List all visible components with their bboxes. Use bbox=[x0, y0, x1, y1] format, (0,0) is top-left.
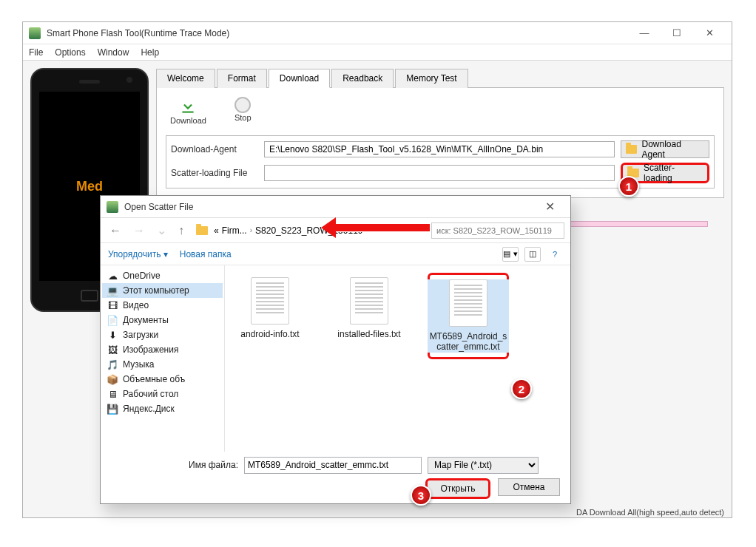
svg-rect-0 bbox=[183, 112, 194, 113]
cancel-button[interactable]: Отмена bbox=[498, 478, 560, 496]
dialog-search[interactable] bbox=[431, 222, 564, 239]
tab-strip: Welcome Format Download Readback Memory … bbox=[156, 69, 724, 88]
annotation-badge-3: 3 bbox=[411, 485, 431, 506]
help-button[interactable]: ? bbox=[547, 247, 563, 262]
menubar: File Options Window Help bbox=[23, 44, 732, 61]
file-item[interactable]: installed-files.txt bbox=[328, 273, 410, 347]
filename-row: Имя файла: Map File (*.txt) bbox=[101, 452, 570, 478]
view-mode-button[interactable]: ▤ ▾ bbox=[502, 247, 519, 262]
menu-window[interactable]: Window bbox=[98, 47, 129, 58]
menu-file[interactable]: File bbox=[29, 47, 43, 58]
tree-label: Рабочий стол bbox=[123, 389, 178, 399]
tree-icon: ⬇ bbox=[107, 330, 118, 340]
annotation-badge-2: 2 bbox=[511, 378, 532, 399]
dialog-close-button[interactable]: ✕ bbox=[535, 200, 564, 214]
file-name: installed-files.txt bbox=[337, 329, 400, 339]
tree-icon: 📦 bbox=[107, 374, 118, 384]
tree-label: Объемные объ bbox=[123, 374, 185, 384]
tree-item[interactable]: ☁OneDrive bbox=[102, 268, 223, 283]
file-icon bbox=[449, 279, 487, 327]
menu-options[interactable]: Options bbox=[55, 47, 85, 58]
tree-label: Этот компьютер bbox=[123, 285, 189, 296]
dialog-title: Open Scatter File bbox=[124, 202, 535, 212]
tree-icon: 📄 bbox=[107, 315, 118, 325]
recent-button[interactable]: ⌄ bbox=[154, 223, 169, 237]
tab-memory-test[interactable]: Memory Test bbox=[395, 69, 468, 88]
maximize-button[interactable]: ☐ bbox=[661, 23, 693, 44]
minimize-button[interactable]: — bbox=[628, 23, 661, 44]
tree-item[interactable]: 🎞Видео bbox=[102, 298, 223, 313]
up-button[interactable]: ↑ bbox=[175, 224, 187, 237]
stop-icon bbox=[234, 97, 251, 113]
tree-label: Загрузки bbox=[123, 330, 158, 340]
download-action[interactable]: Download bbox=[170, 97, 206, 125]
folder-icon bbox=[196, 226, 208, 235]
tree-item[interactable]: 📄Документы bbox=[102, 313, 223, 327]
tree-icon: ☁ bbox=[107, 271, 118, 281]
tree-label: Изображения bbox=[123, 344, 178, 355]
tree-item[interactable]: 🖥Рабочий стол bbox=[102, 387, 223, 401]
download-agent-button[interactable]: Download Agent bbox=[621, 140, 709, 158]
tree-label: Документы bbox=[123, 315, 169, 325]
window-title: Smart Phone Flash Tool(Runtime Trace Mod… bbox=[47, 28, 628, 38]
file-icon bbox=[350, 277, 388, 325]
file-item[interactable]: MT6589_Android_scatter_emmc.txt bbox=[428, 273, 509, 359]
back-button[interactable]: ← bbox=[107, 224, 124, 237]
tab-readback[interactable]: Readback bbox=[331, 69, 394, 88]
download-panel: Download Stop Download-Agent Download Ag… bbox=[156, 87, 724, 198]
app-icon bbox=[29, 27, 41, 39]
file-item[interactable]: android-info.txt bbox=[229, 273, 311, 347]
da-input[interactable] bbox=[264, 141, 615, 157]
tree-item[interactable]: ⬇Загрузки bbox=[102, 327, 223, 342]
annotation-badge-1: 1 bbox=[618, 176, 639, 197]
tab-download[interactable]: Download bbox=[269, 69, 330, 88]
nav-tree: ☁OneDrive💻Этот компьютер🎞Видео📄Документы… bbox=[101, 265, 225, 452]
download-label: Download bbox=[170, 116, 206, 125]
tree-item[interactable]: 🖼Изображения bbox=[102, 342, 223, 357]
tree-label: Музыка bbox=[123, 359, 154, 370]
close-button[interactable]: ✕ bbox=[693, 23, 726, 44]
dialog-toolbar: Упорядочить ▾ Новая папка ▤ ▾ ◫ ? bbox=[101, 243, 570, 265]
new-folder-button[interactable]: Новая папка bbox=[180, 249, 232, 259]
tree-item[interactable]: 📦Объемные объ bbox=[102, 372, 223, 387]
folder-icon bbox=[626, 145, 637, 154]
tree-icon: 💾 bbox=[107, 404, 118, 414]
file-icon bbox=[251, 277, 289, 325]
tree-icon: 💻 bbox=[107, 285, 118, 296]
filename-label: Имя файла: bbox=[189, 460, 238, 470]
tree-item[interactable]: 💻Этот компьютер bbox=[102, 283, 223, 298]
tree-label: OneDrive bbox=[123, 271, 161, 281]
tree-icon: 🎵 bbox=[107, 359, 118, 370]
da-label: Download-Agent bbox=[171, 144, 258, 154]
open-button[interactable]: Открыть bbox=[425, 478, 490, 499]
tree-label: Яндекс.Диск bbox=[123, 404, 175, 414]
tree-icon: 🎞 bbox=[107, 300, 118, 310]
stop-label: Stop bbox=[234, 113, 252, 122]
app-icon bbox=[107, 201, 118, 213]
annotation-arrow bbox=[334, 223, 431, 232]
titlebar: Smart Phone Flash Tool(Runtime Trace Mod… bbox=[23, 22, 732, 44]
scatter-label: Scatter-loading File bbox=[171, 168, 258, 178]
preview-pane-button[interactable]: ◫ bbox=[524, 247, 541, 262]
tab-welcome[interactable]: Welcome bbox=[156, 69, 215, 88]
file-list: android-info.txtinstalled-files.txtMT658… bbox=[225, 265, 570, 452]
tree-icon: 🖥 bbox=[107, 389, 118, 399]
stop-action[interactable]: Stop bbox=[234, 97, 252, 125]
tab-format[interactable]: Format bbox=[217, 69, 267, 88]
status-bar: DA Download All(high speed,auto detect) bbox=[576, 508, 724, 517]
tree-label: Видео bbox=[123, 300, 149, 310]
filetype-select[interactable]: Map File (*.txt) bbox=[428, 457, 539, 474]
open-file-dialog: Open Scatter File ✕ ← → ⌄ ↑ « Firm... › … bbox=[100, 195, 571, 504]
file-name: MT6589_Android_scatter_emmc.txt bbox=[428, 331, 509, 353]
menu-help[interactable]: Help bbox=[141, 47, 159, 58]
file-name: android-info.txt bbox=[240, 329, 299, 339]
organize-menu[interactable]: Упорядочить ▾ bbox=[108, 249, 168, 259]
tree-item[interactable]: 🎵Музыка bbox=[102, 357, 223, 372]
tree-icon: 🖼 bbox=[107, 344, 118, 355]
download-icon bbox=[178, 97, 198, 116]
tree-item[interactable]: 💾Яндекс.Диск bbox=[102, 401, 223, 416]
scatter-input[interactable] bbox=[264, 165, 615, 181]
filename-input[interactable] bbox=[244, 457, 422, 474]
forward-button[interactable]: → bbox=[130, 224, 148, 237]
